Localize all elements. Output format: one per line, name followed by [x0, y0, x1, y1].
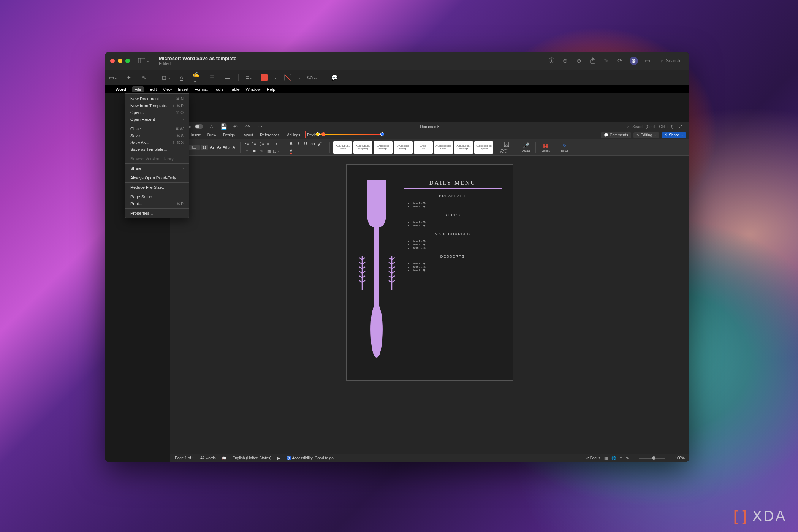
- file-menu-save[interactable]: Save⌘ S: [125, 132, 189, 139]
- editor-button[interactable]: ✎ Editor: [559, 142, 571, 152]
- style-emphasis[interactable]: AABBCCDDEEEmphasis: [474, 141, 493, 154]
- minimize-button[interactable]: [118, 59, 122, 63]
- menubar-format[interactable]: Format: [195, 87, 208, 92]
- text-icon[interactable]: A̲: [177, 73, 186, 82]
- bold-icon[interactable]: B: [288, 141, 294, 147]
- file-menu-page-setup[interactable]: Page Setup...: [125, 193, 189, 200]
- home-icon[interactable]: ⌂: [207, 122, 215, 131]
- info-icon[interactable]: ⓘ: [548, 57, 556, 65]
- comments-button[interactable]: 💬Comments: [601, 132, 631, 138]
- text-style-icon[interactable]: Aa⌄: [308, 73, 316, 82]
- line-spacing-icon[interactable]: ⇅: [258, 148, 264, 154]
- sign-icon[interactable]: ✍⌄: [193, 73, 201, 82]
- editing-mode-button[interactable]: ✎Editing⌄: [633, 132, 660, 138]
- menubar-tools[interactable]: Tools: [214, 87, 224, 92]
- ribbon-collapse-icon[interactable]: ⤢: [676, 122, 685, 131]
- zoom-level[interactable]: 100%: [675, 456, 685, 460]
- dictate-button[interactable]: 🎤 Dictate: [520, 142, 532, 152]
- style-no-spacing[interactable]: AaBbCcDdEeNo Spacing: [353, 141, 372, 154]
- view-print-icon[interactable]: ▦: [604, 456, 608, 460]
- underline-icon[interactable]: U: [302, 141, 309, 147]
- file-menu-new-document[interactable]: New Document⌘ N: [125, 95, 189, 102]
- annotation-start-node[interactable]: [316, 132, 320, 136]
- page-indicator[interactable]: Page 1 of 1: [175, 456, 194, 460]
- annotation-mid-node[interactable]: [321, 132, 325, 136]
- menubar-view[interactable]: View: [163, 87, 172, 92]
- redact-icon[interactable]: ▬: [223, 73, 231, 82]
- focus-mode[interactable]: ⤢ Focus: [586, 456, 600, 460]
- save-icon[interactable]: 💾: [219, 122, 228, 131]
- view-outline-icon[interactable]: ≡: [620, 456, 622, 460]
- share-button[interactable]: ⇪Share⌄: [662, 132, 686, 138]
- crop-icon[interactable]: ▭: [643, 57, 652, 65]
- zoom-out-icon[interactable]: −: [633, 456, 635, 460]
- clear-format-icon[interactable]: A̸: [231, 144, 237, 150]
- style-heading-1[interactable]: AABBCCDIHeading 1: [374, 141, 393, 154]
- file-menu-save-as-template[interactable]: Save as Template...: [125, 146, 189, 153]
- file-menu-reduce-file-size[interactable]: Reduce File Size...: [125, 184, 189, 191]
- file-menu-print[interactable]: Print...⌘ P: [125, 200, 189, 207]
- zoom-in-icon[interactable]: +: [669, 456, 671, 460]
- file-menu-always-open-read-only[interactable]: Always Open Read-Only: [125, 174, 189, 181]
- style-subtle-emph-[interactable]: AaBbCcDdEeSubtle Emph...: [454, 141, 473, 154]
- multilevel-icon[interactable]: ⋮≡: [258, 141, 264, 147]
- view-web-icon[interactable]: 🌐: [611, 456, 616, 460]
- file-menu-save-as[interactable]: Save As...⇧ ⌘ S: [125, 139, 189, 146]
- sidebar-toggle-icon[interactable]: ⌄: [138, 58, 150, 63]
- tab-draw[interactable]: Draw: [207, 132, 217, 138]
- menubar-window[interactable]: Window: [246, 87, 261, 92]
- menubar-insert[interactable]: Insert: [178, 87, 188, 92]
- shading-icon[interactable]: ▦: [266, 148, 272, 154]
- style-subtitle[interactable]: AABBCCDDEESubtitle: [434, 141, 453, 154]
- styles-pane-button[interactable]: A Styles Pane: [500, 141, 513, 154]
- annotation-arrow[interactable]: [318, 134, 382, 135]
- numbering-icon[interactable]: 1≡: [251, 141, 257, 147]
- italic-icon[interactable]: I: [295, 141, 301, 147]
- style-normal[interactable]: AaBbCcDdEeNormal: [333, 141, 352, 154]
- menubar-app-name[interactable]: Word: [116, 87, 126, 92]
- word-count[interactable]: 47 words: [200, 456, 216, 460]
- annotate-mode-icon[interactable]: ⊛: [630, 57, 638, 65]
- decrease-font-icon[interactable]: A▾: [216, 144, 222, 150]
- selection-tool-icon[interactable]: ▭⌄: [109, 73, 118, 82]
- close-button[interactable]: [110, 59, 115, 63]
- file-menu-open-recent[interactable]: Open Recent›: [125, 116, 189, 123]
- instant-alpha-icon[interactable]: ✦: [125, 73, 133, 82]
- tab-design[interactable]: Design: [222, 132, 236, 138]
- autosave-toggle[interactable]: [195, 124, 203, 129]
- style-heading-2[interactable]: AABBCCDIHeading 2: [394, 141, 413, 154]
- pencil-icon[interactable]: ✎: [140, 73, 148, 82]
- bullets-icon[interactable]: •≡: [244, 141, 250, 147]
- zoom-slider[interactable]: [639, 458, 665, 459]
- increase-indent-icon[interactable]: ⇥: [273, 141, 279, 147]
- highlight-icon[interactable]: 🖍: [317, 141, 323, 147]
- stroke-color-swatch[interactable]: [261, 74, 268, 81]
- share-icon[interactable]: [589, 57, 597, 65]
- accessibility-indicator[interactable]: ♿ Accessibility: Good to go: [287, 456, 334, 460]
- menubar-file[interactable]: File: [132, 86, 144, 92]
- strikethrough-icon[interactable]: ab: [310, 141, 316, 147]
- file-menu-share[interactable]: Share›: [125, 165, 189, 172]
- menubar-edit[interactable]: Edit: [150, 87, 157, 92]
- borders-icon[interactable]: ▢⌄: [273, 148, 279, 154]
- adjust-color-icon[interactable]: ☰: [208, 73, 216, 82]
- menubar-help[interactable]: Help: [267, 87, 276, 92]
- view-draft-icon[interactable]: ✎: [626, 456, 629, 460]
- font-size-selector[interactable]: 11: [201, 145, 208, 150]
- description-icon[interactable]: 💬: [330, 73, 339, 82]
- macro-icon[interactable]: ▶: [277, 456, 280, 460]
- zoom-in-icon[interactable]: ⊕: [561, 57, 570, 65]
- shapes-icon[interactable]: ◻⌄: [162, 73, 171, 82]
- align-left-icon[interactable]: ≡: [244, 148, 250, 154]
- menubar-table[interactable]: Table: [230, 87, 239, 92]
- language-indicator[interactable]: English (United States): [233, 456, 271, 460]
- addins-button[interactable]: ▦ Add-ins: [539, 142, 551, 152]
- search-field[interactable]: ⌕ Search: [657, 57, 684, 65]
- decrease-indent-icon[interactable]: ⇤: [266, 141, 272, 147]
- increase-font-icon[interactable]: A▴: [209, 144, 215, 150]
- word-document-area[interactable]: DAILY MENU BREAKFASTItem 1 - $$Item 2 - …: [170, 156, 689, 454]
- undo-icon[interactable]: ↶: [231, 122, 240, 131]
- spellcheck-icon[interactable]: 📖: [222, 456, 226, 460]
- style-title[interactable]: AABETitle: [414, 141, 433, 154]
- font-color-icon[interactable]: A: [288, 148, 294, 154]
